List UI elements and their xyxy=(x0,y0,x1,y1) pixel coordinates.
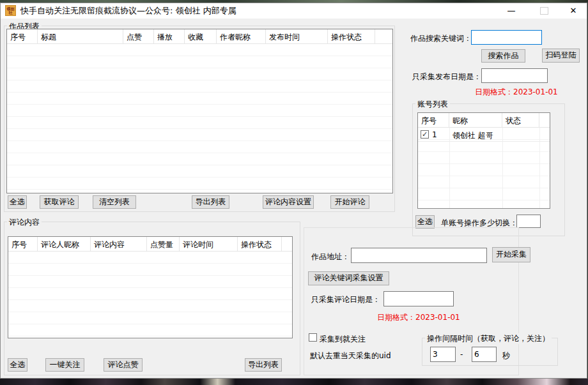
start-collect-button[interactable]: 开始采集 xyxy=(492,247,530,262)
follow-on-collect-label: 采集到就关注 xyxy=(320,334,366,345)
keyword-label: 作品搜索关键词： xyxy=(410,33,472,44)
works-table-header: 序号 标题 点赞 播放 收藏 作者昵称 发布时间 操作状态 xyxy=(7,29,392,44)
works-col-pubtime[interactable]: 发布时间 xyxy=(266,29,328,43)
maximize-button xyxy=(540,7,548,15)
account-row[interactable]: ✓ 1 领创社 超哥 xyxy=(418,128,550,142)
window-title: 快手自动关注无限留痕截流协议—公众号: 领创社 内部专属 xyxy=(20,3,236,19)
accounts-col-extra xyxy=(539,113,550,127)
comments-col-nickname[interactable]: 评论人昵称 xyxy=(38,237,91,251)
account-row-nickname: 领创社 超哥 xyxy=(453,130,493,141)
works-comment-settings-button[interactable]: 评论内容设置 xyxy=(263,195,314,209)
accounts-col-nickname[interactable]: 昵称 xyxy=(449,113,502,127)
works-col-likes[interactable]: 点赞 xyxy=(123,29,154,43)
keyword-input[interactable] xyxy=(471,30,542,45)
comments-table-header: 序号 评论人昵称 评论内容 点赞量 评论时间 操作状态 xyxy=(8,237,292,252)
scan-login-button[interactable]: 扫码登陆 xyxy=(542,49,580,63)
checkbox-check-icon: ✓ xyxy=(422,130,428,139)
account-row-checkbox[interactable]: ✓ xyxy=(421,130,429,139)
app-logo-icon: 领创社 xyxy=(5,5,16,16)
comment-date-format-hint: 日期格式：2023-01-01 xyxy=(377,312,460,323)
comments-table: 序号 评论人昵称 评论内容 点赞量 评论时间 操作状态 xyxy=(8,236,293,338)
comments-like-button[interactable]: 评论点赞 xyxy=(104,358,143,372)
publish-date-label: 只采集发布日期是： xyxy=(412,72,481,82)
works-col-status[interactable]: 操作状态 xyxy=(328,29,375,43)
comment-date-label: 只采集评论日期是： xyxy=(311,294,380,305)
comments-export-list-button[interactable]: 导出列表 xyxy=(245,358,282,372)
follow-on-collect-checkbox[interactable] xyxy=(309,333,317,342)
works-get-comments-button[interactable]: 获取评论 xyxy=(40,195,79,209)
accounts-select-all-button[interactable]: 全选 xyxy=(415,215,435,229)
account-row-index: 1 xyxy=(432,130,437,139)
accounts-col-status[interactable]: 状态 xyxy=(502,113,539,127)
works-col-extra xyxy=(375,29,392,43)
interval-group-title: 操作间隔时间（获取，评论，关注） xyxy=(425,333,552,344)
minimize-button[interactable]: — xyxy=(502,3,520,19)
works-start-comment-button[interactable]: 开始评论 xyxy=(330,195,369,209)
search-works-button[interactable]: 搜索作品 xyxy=(481,49,525,63)
works-table-body xyxy=(7,44,392,193)
publish-date-input[interactable] xyxy=(481,68,548,83)
comments-table-body xyxy=(8,252,292,338)
accounts-table: 序号 昵称 状态 ✓ 1 领创社 超哥 xyxy=(417,112,550,209)
comments-col-index[interactable]: 序号 xyxy=(8,237,38,251)
account-switch-input[interactable] xyxy=(516,215,541,228)
work-url-input[interactable] xyxy=(351,248,487,263)
dedupe-note: 默认去重当天采集的uid xyxy=(310,351,391,361)
publish-date-format-hint: 日期格式：2023-01-01 xyxy=(475,87,558,98)
interval-unit-label: 秒 xyxy=(502,351,510,361)
comment-date-input[interactable] xyxy=(383,291,454,306)
interval-dash: - xyxy=(460,350,463,359)
desktop-wallpaper-bottom xyxy=(0,379,588,385)
works-col-index[interactable]: 序号 xyxy=(7,29,38,43)
works-table: 序号 标题 点赞 播放 收藏 作者昵称 发布时间 操作状态 xyxy=(6,29,393,193)
comments-col-extra xyxy=(282,237,292,251)
accounts-col-index[interactable]: 序号 xyxy=(418,113,449,127)
works-clear-list-button[interactable]: 清空列表 xyxy=(93,195,136,209)
close-button[interactable]: ✕ xyxy=(564,3,582,19)
comments-select-all-button[interactable]: 全选 xyxy=(8,358,27,372)
works-select-all-button[interactable]: 全选 xyxy=(8,195,27,209)
works-col-title[interactable]: 标题 xyxy=(38,29,123,43)
comments-col-likes[interactable]: 点赞量 xyxy=(147,237,180,251)
screen: 领创社 快手自动关注无限留痕截流协议—公众号: 领创社 内部专属 — ✕ 作品列… xyxy=(0,0,588,385)
works-col-author[interactable]: 作者昵称 xyxy=(217,29,266,43)
comments-col-time[interactable]: 评论时间 xyxy=(180,237,238,251)
comments-follow-all-button[interactable]: 一键关注 xyxy=(45,358,84,372)
interval-min-input[interactable] xyxy=(430,347,456,362)
works-col-favs[interactable]: 收藏 xyxy=(185,29,217,43)
comments-panel-title: 评论内容 xyxy=(7,217,42,228)
interval-max-input[interactable] xyxy=(472,347,497,362)
accounts-table-header: 序号 昵称 状态 xyxy=(418,113,550,128)
comments-col-status[interactable]: 操作状态 xyxy=(238,237,282,251)
work-url-label: 作品地址： xyxy=(311,252,350,262)
accounts-panel-title: 账号列表 xyxy=(415,99,450,110)
works-col-plays[interactable]: 播放 xyxy=(154,29,185,43)
works-export-list-button[interactable]: 导出列表 xyxy=(192,195,229,209)
comment-keyword-settings-button[interactable]: 评论关键词采集设置 xyxy=(308,271,389,285)
comments-col-content[interactable]: 评论内容 xyxy=(91,237,147,251)
